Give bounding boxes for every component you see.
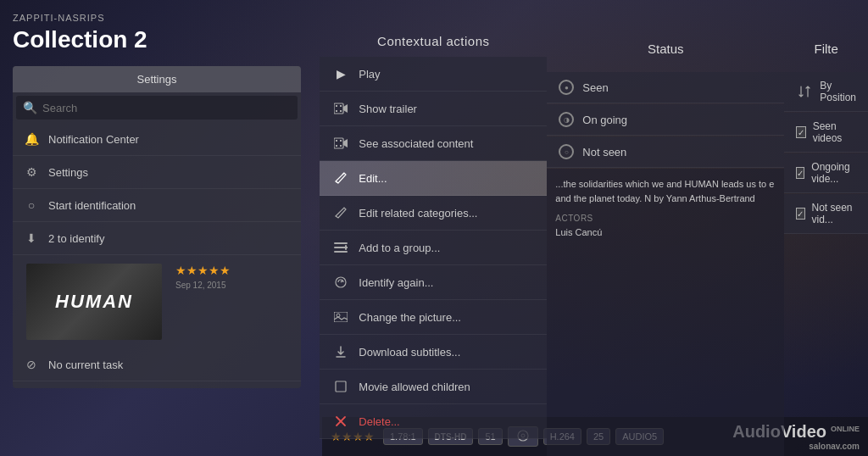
- delete-icon: [331, 412, 350, 431]
- circle-icon: ○: [23, 197, 40, 214]
- movie-date: Sep 12, 2015: [175, 281, 234, 290]
- filter-ongoing-videos[interactable]: ✓ Ongoing vide...: [784, 153, 868, 193]
- star-rating: ★★★★★: [175, 264, 231, 277]
- identify-icon: [331, 273, 350, 292]
- to-identify-label: 2 to identify: [48, 232, 105, 245]
- actors-value: Luis Cancú: [555, 225, 776, 241]
- bell-icon: 🔔: [23, 131, 40, 147]
- change-picture-label: Change the picture...: [359, 311, 461, 324]
- not-seen-label: Not seen: [582, 146, 626, 158]
- movie-children-label: Movie allowed children: [359, 381, 470, 393]
- delete-label: Delete...: [359, 415, 399, 428]
- film-icon-associated: [331, 134, 350, 153]
- svg-rect-11: [340, 145, 342, 147]
- action-edit-categories[interactable]: Edit related categories...: [320, 196, 547, 231]
- no-current-task-label: No current task: [48, 359, 123, 371]
- main-container: ZAPPITI-NASRIPS Collection 2 Settings 🔍 …: [0, 0, 868, 456]
- movie-info-panel: ...the solidarities which we and HUMAN l…: [547, 169, 784, 456]
- seen-circle-icon: ●: [559, 80, 574, 95]
- status-not-seen[interactable]: ○ Not seen: [547, 136, 784, 168]
- seen-label: Seen: [582, 81, 608, 94]
- action-edit[interactable]: Edit...: [320, 161, 547, 196]
- ongoing-videos-label: Ongoing vide...: [811, 161, 856, 185]
- not-seen-videos-label: Not seen vid...: [812, 202, 857, 225]
- notification-center-label: Notification Center: [48, 133, 139, 146]
- svg-rect-14: [334, 251, 348, 253]
- not-seen-checkbox[interactable]: ✓: [796, 208, 804, 220]
- by-position-label: By Position: [820, 80, 856, 103]
- sidebar-item-notification[interactable]: 🔔 Notification Center: [13, 123, 301, 156]
- svg-rect-2: [336, 105, 337, 107]
- movie-description: ...the solidarities which we and HUMAN l…: [555, 177, 776, 205]
- not-seen-circle-icon: ○: [559, 144, 574, 159]
- ban-icon: ⊘: [23, 356, 40, 373]
- status-seen[interactable]: ● Seen: [547, 72, 784, 103]
- seen-checkbox[interactable]: ✓: [796, 126, 805, 138]
- film-icon-trailer: [331, 99, 350, 118]
- action-change-picture[interactable]: Change the picture...: [320, 300, 547, 335]
- action-show-trailer[interactable]: Show trailer: [320, 92, 547, 126]
- svg-rect-8: [336, 140, 337, 142]
- group-icon: [331, 238, 350, 257]
- svg-marker-7: [343, 139, 348, 147]
- subtitle-icon: [331, 342, 350, 361]
- status-header: Status: [547, 34, 784, 64]
- svg-rect-16: [342, 247, 348, 248]
- edit-categories-icon: [331, 203, 350, 222]
- picture-icon: [331, 308, 350, 326]
- play-icon: ▶: [331, 64, 350, 83]
- sidebar-item-no-task[interactable]: ⊘ No current task: [13, 348, 301, 381]
- action-download-subtitles[interactable]: Download subtitles...: [320, 335, 547, 370]
- action-movie-children[interactable]: Movie allowed children: [320, 370, 547, 404]
- action-add-group[interactable]: Add to a group...: [320, 231, 547, 265]
- sidebar-item-start-identification[interactable]: ○ Start identification: [13, 189, 301, 222]
- svg-rect-22: [336, 381, 346, 392]
- movie-thumbnail: HUMAN: [26, 264, 162, 340]
- svg-rect-0: [334, 103, 343, 114]
- play-label: Play: [359, 68, 380, 81]
- filter-header: Filte: [784, 34, 868, 64]
- download-subtitles-label: Download subtitles...: [359, 346, 460, 359]
- search-input[interactable]: [42, 102, 291, 114]
- search-row[interactable]: 🔍: [16, 96, 298, 120]
- action-delete[interactable]: Delete...: [320, 404, 547, 439]
- add-group-label: Add to a group...: [359, 242, 440, 254]
- breadcrumb: ZAPPITI-NASRIPS: [13, 13, 320, 23]
- svg-rect-10: [336, 145, 337, 147]
- action-see-associated[interactable]: See associated content: [320, 126, 547, 161]
- filter-by-position[interactable]: By Position: [784, 72, 868, 112]
- left-panel: ZAPPITI-NASRIPS Collection 2 Settings 🔍 …: [0, 0, 320, 456]
- ongoing-checkbox[interactable]: ✓: [796, 167, 804, 179]
- settings-label: Settings: [48, 166, 88, 179]
- seen-videos-label: Seen videos: [813, 120, 856, 144]
- collection-title: Collection 2: [13, 26, 320, 53]
- svg-rect-6: [334, 138, 343, 148]
- filter-seen-videos[interactable]: ✓ Seen videos: [784, 113, 868, 153]
- action-play[interactable]: ▶ Play: [320, 57, 547, 92]
- filter-not-seen-videos[interactable]: ✓ Not seen vid...: [784, 194, 868, 234]
- start-identification-label: Start identification: [48, 199, 136, 212]
- center-panel: Contextual actions ▶ Play Show trailer S…: [320, 0, 547, 456]
- svg-rect-19: [334, 312, 348, 322]
- right-panel: Status ● Seen ◑ On going ○ Not seen ...t…: [547, 0, 868, 456]
- status-column: Status ● Seen ◑ On going ○ Not seen ...t…: [547, 34, 784, 456]
- svg-line-18: [341, 281, 342, 282]
- settings-panel: Settings 🔍 🔔 Notification Center ⚙ Setti…: [13, 66, 301, 388]
- ongoing-label: On going: [582, 114, 627, 126]
- filter-column: Filte By Position ✓ Seen videos ✓ Ongoin…: [784, 34, 868, 456]
- down-arrow-icon: ⬇: [23, 230, 40, 247]
- identify-again-label: Identify again...: [359, 276, 433, 289]
- child-icon: [331, 377, 350, 396]
- sidebar-item-to-identify[interactable]: ⬇ 2 to identify: [13, 222, 301, 255]
- svg-rect-5: [340, 110, 342, 112]
- ongoing-circle-icon: ◑: [559, 112, 574, 127]
- sidebar-item-settings[interactable]: ⚙ Settings: [13, 156, 301, 189]
- status-ongoing[interactable]: ◑ On going: [547, 104, 784, 136]
- right-columns: Status ● Seen ◑ On going ○ Not seen ...t…: [547, 34, 868, 456]
- actors-label: ACTORS: [555, 212, 776, 225]
- svg-rect-4: [336, 110, 337, 112]
- edit-categories-label: Edit related categories...: [359, 207, 477, 220]
- movie-title-thumb: HUMAN: [55, 291, 133, 313]
- action-identify-again[interactable]: Identify again...: [320, 265, 547, 300]
- svg-rect-3: [340, 105, 342, 107]
